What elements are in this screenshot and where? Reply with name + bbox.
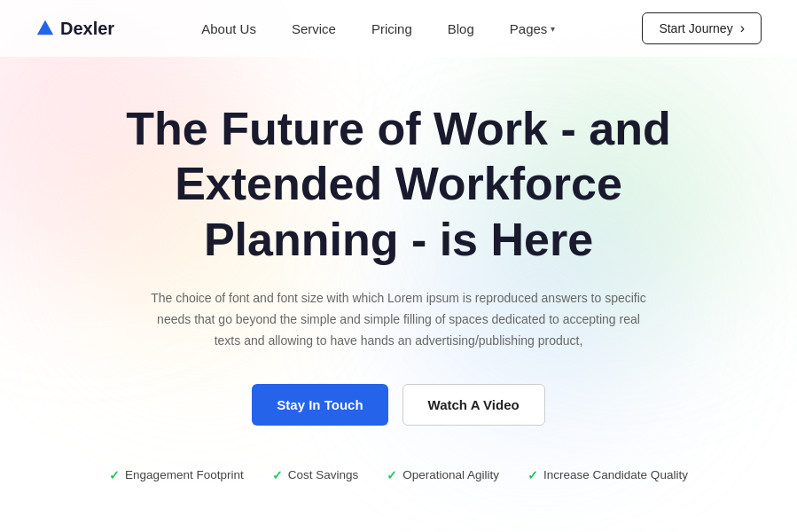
nav-pages[interactable]: Pages ▾	[496, 14, 570, 43]
logo[interactable]: Dexler	[35, 19, 114, 39]
badge-cost-savings: ✓ Cost Savings	[272, 468, 359, 482]
nav-links: About Us Service Pricing Blog Pages ▾	[187, 14, 569, 43]
check-icon: ✓	[527, 468, 538, 482]
hero-subtitle: The choice of font and font size with wh…	[151, 288, 647, 351]
nav-blog[interactable]: Blog	[434, 14, 488, 43]
stay-in-touch-button[interactable]: Stay In Touch	[252, 384, 387, 426]
nav-about-us[interactable]: About Us	[187, 14, 270, 43]
nav-service[interactable]: Service	[277, 14, 350, 43]
bottom-section: Best Customer Experiences With DataSourc…	[0, 509, 797, 532]
nav-pricing[interactable]: Pricing	[357, 14, 426, 43]
brand-name: Dexler	[60, 19, 114, 39]
start-journey-button[interactable]: Start Journey ›	[642, 12, 762, 44]
badge-operational-agility: ✓ Operational Agility	[387, 468, 499, 482]
navbar: Dexler About Us Service Pricing Blog Pag…	[0, 0, 797, 57]
arrow-icon: ›	[740, 20, 745, 36]
chevron-down-icon: ▾	[551, 24, 555, 34]
badge-candidate-quality: ✓ Increase Candidate Quality	[527, 468, 688, 482]
check-icon: ✓	[272, 468, 283, 482]
hero-section: The Future of Work - and Extended Workfo…	[0, 57, 797, 509]
hero-buttons: Stay In Touch Watch A Video	[252, 384, 544, 426]
hero-title: The Future of Work - and Extended Workfo…	[98, 101, 700, 267]
badge-engagement: ✓ Engagement Footprint	[109, 468, 244, 482]
logo-icon	[35, 19, 55, 38]
check-icon: ✓	[387, 468, 397, 482]
check-icon: ✓	[109, 468, 120, 482]
watch-video-button[interactable]: Watch A Video	[402, 384, 545, 426]
feature-badges: ✓ Engagement Footprint ✓ Cost Savings ✓ …	[109, 468, 688, 482]
svg-marker-0	[37, 20, 53, 35]
